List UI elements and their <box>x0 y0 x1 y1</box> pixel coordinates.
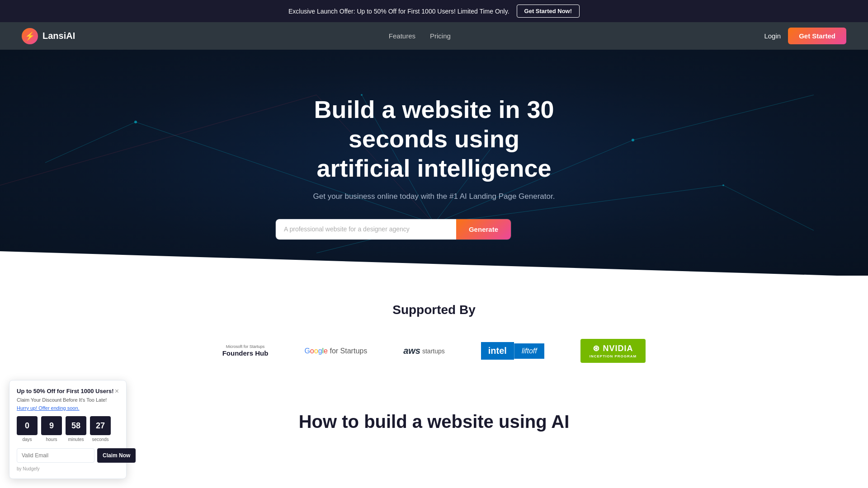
countdown-seconds: 27 seconds <box>90 416 111 441</box>
days-label: days <box>22 437 32 441</box>
countdown-hours: 9 hours <box>41 416 62 441</box>
supported-section: Supported By Microsoft for Startups Foun… <box>0 276 868 385</box>
aws-logo: aws startups <box>396 342 452 360</box>
hero-input-row: Generate <box>276 219 511 239</box>
seconds-value: 27 <box>90 416 111 435</box>
google-logo: Google for Startups <box>297 343 374 359</box>
supported-heading: Supported By <box>22 303 846 317</box>
popup-close-button[interactable]: × <box>115 388 119 395</box>
website-description-input[interactable] <box>276 219 456 239</box>
nav-features-link[interactable]: Features <box>389 32 415 40</box>
popup-widget: Up to 50% Off for First 1000 Users! × Cl… <box>9 380 127 441</box>
generate-button[interactable]: Generate <box>456 219 511 239</box>
navbar: ⚡ LansiAI Features Pricing Login Get Sta… <box>0 22 868 50</box>
logo: ⚡ LansiAI <box>22 28 75 44</box>
nvidia-logo: ⊛ NVIDIA INCEPTION PROGRAM <box>573 335 653 366</box>
countdown-row: 0 days 9 hours 58 minutes 27 seconds <box>17 416 119 441</box>
logos-row: Microsoft for Startups Founders Hub Goog… <box>22 335 846 366</box>
popup-title: Up to 50% Off for First 1000 Users! <box>17 388 114 395</box>
logo-text: LansiAI <box>42 31 75 41</box>
nav-right: Login Get Started <box>764 28 846 44</box>
hours-value: 9 <box>41 416 62 435</box>
popup-subtitle: Claim Your Discount Before It's Too Late… <box>17 397 119 403</box>
get-started-button[interactable]: Get Started <box>788 28 846 44</box>
hero-heading: Build a website in 30 seconds using arti… <box>276 95 592 183</box>
popup-hurry-link[interactable]: Hurry up! Offer ending soon. <box>17 405 119 411</box>
countdown-days: 0 days <box>17 416 38 441</box>
microsoft-logo: Microsoft for Startups Founders Hub <box>215 341 276 361</box>
top-banner: Exclusive Launch Offer: Up to 50% Off fo… <box>0 0 868 22</box>
banner-text: Exclusive Launch Offer: Up to 50% Off fo… <box>288 8 509 15</box>
hero-section: Build a website in 30 seconds using arti… <box>0 50 868 276</box>
hero-subtitle: Get your business online today with the … <box>276 192 592 201</box>
minutes-label: minutes <box>68 437 84 441</box>
hero-content: Build a website in 30 seconds using arti… <box>276 95 592 239</box>
minutes-value: 58 <box>66 416 86 435</box>
how-to-section: How to build a website using AI <box>0 385 868 441</box>
logo-icon: ⚡ <box>22 28 38 44</box>
popup-header: Up to 50% Off for First 1000 Users! × <box>17 388 119 395</box>
hours-label: hours <box>46 437 57 441</box>
nav-links: Features Pricing <box>389 32 451 40</box>
nav-pricing-link[interactable]: Pricing <box>430 32 451 40</box>
banner-cta-button[interactable]: Get Started Now! <box>517 5 580 18</box>
login-button[interactable]: Login <box>764 32 781 40</box>
intel-liftoff-logo: intel liftoff <box>474 338 552 363</box>
how-to-heading: How to build a website using AI <box>22 412 846 432</box>
countdown-minutes: 58 minutes <box>66 416 86 441</box>
days-value: 0 <box>17 416 38 435</box>
seconds-label: seconds <box>92 437 108 441</box>
